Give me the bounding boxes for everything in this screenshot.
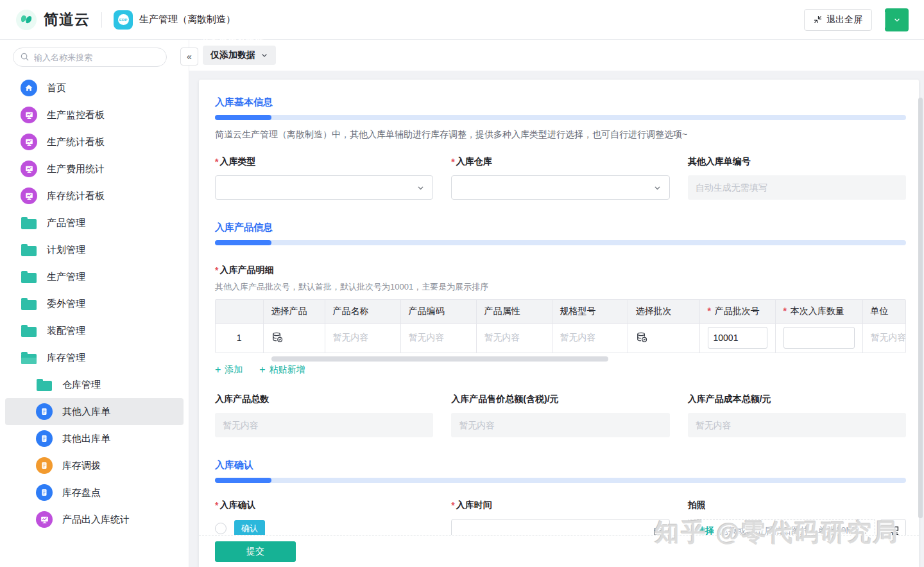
total-count-label: 入库产品总数	[215, 394, 269, 405]
sidebar-item-16[interactable]: 产品出入库统计	[5, 506, 184, 533]
chevron-down-icon	[261, 51, 268, 59]
dashboard-icon	[21, 188, 37, 204]
row1-cell-0: 1	[216, 323, 263, 353]
column-header-4: 产品属性	[476, 300, 552, 323]
submit-button[interactable]: 提交	[215, 541, 296, 562]
product-detail-help: 其他入库产品批次号，默认首批，默认批次号为10001，主要是为展示排序	[215, 281, 906, 293]
total-price-label: 入库产品售价总额(含税)/元	[451, 394, 558, 405]
sidebar-item-label: 库存调拨	[62, 460, 101, 472]
sidebar-item-0[interactable]: 首页	[5, 74, 184, 101]
order-number-input	[688, 175, 906, 200]
app-header: 简道云 ERP 生产管理（离散制造） 退出全屏 安装应用及数据	[0, 0, 924, 40]
search-icon	[20, 52, 30, 64]
mode-tab-label: 仅添加数据	[210, 49, 255, 61]
chevron-down-icon	[893, 16, 901, 24]
exit-fullscreen-label: 退出全屏	[826, 14, 862, 26]
sidebar-item-3[interactable]: 生产费用统计	[5, 155, 184, 182]
folder-icon	[21, 327, 37, 337]
total-price-input	[451, 413, 669, 437]
confirm-radio[interactable]	[215, 523, 227, 534]
total-count-input	[215, 413, 433, 437]
column-header-2: 产品名称	[325, 300, 400, 323]
column-header-1: 选择产品	[263, 300, 325, 323]
install-dropdown-button[interactable]	[886, 8, 909, 31]
required-mark: *	[708, 306, 714, 316]
empty-placeholder: 暂无内容	[484, 332, 520, 342]
section-title-products: 入库产品信息	[215, 222, 906, 234]
sidebar: 首页生产监控看板生产统计看板生产费用统计库存统计看板产品管理计划管理生产管理委外…	[0, 40, 189, 567]
sidebar-item-6[interactable]: 计划管理	[5, 236, 184, 263]
sidebar-item-7[interactable]: 生产管理	[5, 263, 184, 290]
row1-cell-1[interactable]	[263, 323, 325, 353]
section-basic-description: 简道云生产管理（离散制造）中，其他入库单辅助进行库存调整，提供多种入库类型进行选…	[215, 129, 906, 141]
sidebar-item-label: 生产监控看板	[47, 109, 105, 121]
mode-tab-add-only[interactable]: 仅添加数据	[203, 46, 276, 65]
sidebar-item-2[interactable]: 生产统计看板	[5, 128, 184, 155]
doc-icon	[36, 457, 53, 474]
sidebar-item-9[interactable]: 装配管理	[5, 317, 184, 344]
row1-cell-9: 暂无内容	[862, 323, 906, 353]
vertical-scrollbar[interactable]	[918, 98, 923, 518]
field-inbound-warehouse: * 入库仓库	[451, 156, 669, 200]
doc-icon	[36, 484, 53, 501]
table-horizontal-scrollbar[interactable]	[215, 356, 906, 362]
empty-placeholder: 暂无内容	[409, 332, 445, 342]
sidebar-collapse-button[interactable]: «	[180, 48, 198, 65]
submit-footer: 提交	[199, 535, 919, 567]
chevron-down-icon	[416, 184, 425, 192]
paste-add-button[interactable]: + 粘贴新增	[259, 364, 305, 376]
home-icon	[21, 80, 37, 96]
form-card: 入库基本信息 简道云生产管理（离散制造）中，其他入库单辅助进行库存调整，提供多种…	[199, 80, 919, 567]
sidebar-item-5[interactable]: 产品管理	[5, 209, 184, 236]
sidebar-item-label: 库存统计看板	[47, 190, 105, 202]
sidebar-search-input[interactable]	[13, 48, 167, 67]
sidebar-item-10[interactable]: 库存管理	[5, 344, 184, 371]
required-mark: *	[451, 157, 454, 167]
photo-label: 拍照	[688, 500, 706, 511]
inbound-type-label: 入库类型	[219, 156, 255, 168]
add-row-button[interactable]: + 添加	[215, 364, 243, 376]
sidebar-item-label: 库存管理	[47, 352, 85, 364]
add-row-label: 添加	[225, 364, 243, 376]
sidebar-item-13[interactable]: 其他出库单	[5, 425, 184, 452]
field-total-price: 入库产品售价总额(含税)/元	[451, 394, 669, 437]
row1-cell-6[interactable]	[628, 323, 699, 353]
column-header-0	[216, 300, 263, 323]
sidebar-menu: 首页生产监控看板生产统计看板生产费用统计库存统计看板产品管理计划管理生产管理委外…	[0, 74, 189, 533]
plus-icon: +	[259, 365, 265, 375]
sidebar-item-label: 委外管理	[47, 298, 85, 310]
dashboard-icon	[36, 511, 53, 528]
folder-icon	[21, 246, 37, 256]
product-detail-table: 选择产品产品名称产品编码产品属性规格型号选择批次* 产品批次号* 本次入库数量单…	[215, 299, 906, 353]
confirm-label: 入库确认	[219, 500, 255, 511]
inbound-warehouse-select[interactable]	[451, 175, 669, 200]
row1-input-7[interactable]	[708, 327, 767, 349]
inbound-type-select[interactable]	[215, 175, 433, 200]
sidebar-item-4[interactable]: 库存统计看板	[5, 182, 184, 209]
install-app-split-button[interactable]: 安装应用及数据	[885, 8, 909, 31]
exit-fullscreen-button[interactable]: 退出全屏	[804, 9, 872, 31]
sidebar-item-label: 装配管理	[47, 325, 85, 337]
row1-input-8[interactable]	[783, 327, 855, 349]
sidebar-item-15[interactable]: 库存盘点	[5, 479, 184, 506]
sidebar-item-label: 首页	[47, 82, 66, 94]
row1-cell-7	[699, 323, 775, 353]
required-mark: *	[215, 500, 218, 510]
inbound-time-label: 入库时间	[456, 500, 492, 511]
folder-icon	[37, 381, 52, 391]
folder-open-icon	[21, 354, 37, 364]
required-mark: *	[783, 306, 789, 316]
sidebar-item-label: 生产统计看板	[47, 136, 105, 148]
sidebar-item-label: 其他入库单	[62, 406, 110, 418]
database-select-icon	[271, 331, 283, 343]
sidebar-item-1[interactable]: 生产监控看板	[5, 101, 184, 128]
sidebar-item-14[interactable]: 库存调拨	[5, 452, 184, 479]
sidebar-item-11[interactable]: 仓库管理	[5, 371, 184, 398]
app-badge-icon: ERP	[114, 10, 133, 30]
sidebar-item-8[interactable]: 委外管理	[5, 290, 184, 317]
doc-icon	[36, 403, 53, 420]
sidebar-item-12[interactable]: 其他入库单	[5, 398, 184, 425]
dashboard-icon	[21, 161, 37, 177]
row1-cell-4: 暂无内容	[476, 323, 552, 353]
required-mark: *	[215, 265, 218, 275]
